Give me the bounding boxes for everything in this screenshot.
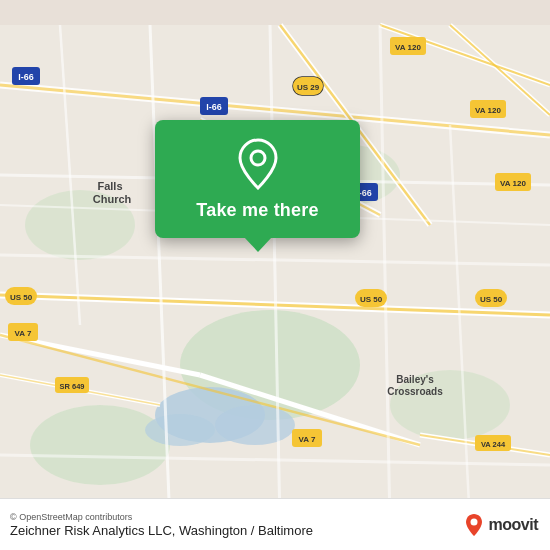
location-pin-icon [235, 138, 281, 190]
osm-credit: © OpenStreetMap contributors [10, 512, 313, 522]
svg-text:US 29: US 29 [297, 83, 320, 92]
svg-text:VA 120: VA 120 [475, 106, 501, 115]
svg-text:VA 120: VA 120 [395, 43, 421, 52]
svg-text:VA 244: VA 244 [481, 440, 506, 449]
svg-point-7 [215, 405, 295, 445]
svg-text:VA 7: VA 7 [299, 435, 316, 444]
bottom-left: © OpenStreetMap contributors Zeichner Ri… [10, 512, 313, 538]
svg-text:US 50: US 50 [360, 295, 383, 304]
svg-text:Crossroads: Crossroads [387, 386, 443, 397]
location-icon-wrap [232, 138, 284, 190]
location-name: Zeichner Risk Analytics LLC, Washington … [10, 523, 313, 538]
moovit-logo: moovit [463, 513, 538, 537]
svg-text:I-66: I-66 [206, 102, 222, 112]
svg-point-71 [470, 518, 477, 525]
svg-point-8 [145, 414, 215, 446]
map-container: I-66 I-66 I-66 US 29 VA 120 VA 120 VA 12… [0, 0, 550, 550]
svg-text:I-66: I-66 [18, 72, 34, 82]
moovit-pin-icon [463, 513, 485, 537]
popup-card: Take me there [155, 120, 360, 238]
take-me-there-button[interactable]: Take me there [196, 200, 318, 222]
moovit-text: moovit [489, 516, 538, 534]
svg-text:Church: Church [93, 193, 132, 205]
svg-text:US 50: US 50 [10, 293, 33, 302]
svg-text:Bailey's: Bailey's [396, 374, 434, 385]
svg-text:SR 649: SR 649 [59, 382, 84, 391]
svg-text:VA 7: VA 7 [15, 329, 32, 338]
svg-point-70 [251, 151, 265, 165]
svg-text:Falls: Falls [97, 180, 122, 192]
svg-point-2 [30, 405, 170, 485]
map-background: I-66 I-66 I-66 US 29 VA 120 VA 120 VA 12… [0, 0, 550, 550]
bottom-bar: © OpenStreetMap contributors Zeichner Ri… [0, 498, 550, 550]
svg-text:US 50: US 50 [480, 295, 503, 304]
svg-text:VA 120: VA 120 [500, 179, 526, 188]
